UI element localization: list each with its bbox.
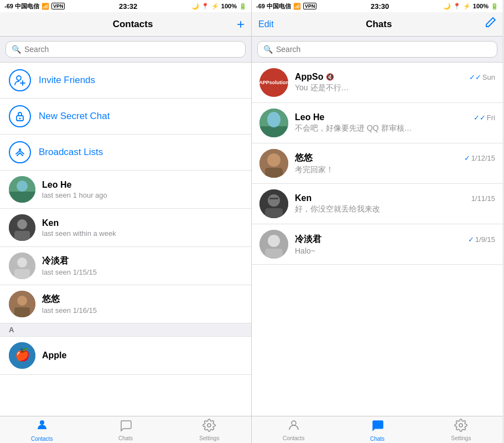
right-search-input[interactable] bbox=[276, 45, 491, 54]
right-status-bar: -69 中国电信 📶 VPN 23:30 🌙 📍 ⚡ 100% 🔋 bbox=[252, 0, 503, 12]
leo-name: Leo He bbox=[42, 180, 242, 190]
right-wifi-icon: 📶 bbox=[293, 3, 301, 10]
location-icon: 📍 bbox=[201, 3, 209, 10]
svg-rect-27 bbox=[265, 168, 283, 178]
edit-button[interactable]: Edit bbox=[258, 19, 274, 29]
chat-ken[interactable]: Ken 1/11/15 好，你没空就丢给我来改 bbox=[252, 184, 503, 224]
youyou-check: ✓ bbox=[464, 154, 470, 162]
youyou-sub: last seen 1/16/15 bbox=[42, 306, 242, 315]
secret-icon bbox=[9, 105, 31, 127]
lengdan-name: 冷淡君 bbox=[42, 255, 242, 267]
svg-rect-23 bbox=[259, 126, 288, 137]
right-nav-title: Chats bbox=[366, 19, 392, 30]
svg-point-33 bbox=[268, 235, 280, 247]
right-location-icon: 📍 bbox=[453, 3, 461, 10]
settings-tab-label-right: Settings bbox=[451, 435, 471, 441]
avatar-leohe bbox=[259, 109, 288, 137]
new-secret-chat-item[interactable]: New Secret Chat bbox=[0, 99, 251, 135]
youyou-chat-name: 悠悠 bbox=[295, 152, 313, 164]
chat-leohe[interactable]: Leo He ✓✓ Fri 不会吧，好像要先进 QQ 群审核… bbox=[252, 103, 503, 143]
signal-text: -69 中国电信 bbox=[4, 2, 39, 11]
tab-contacts-right[interactable]: Contacts bbox=[252, 416, 335, 444]
avatar-leo bbox=[9, 176, 35, 203]
avatar-appso: APPsolution bbox=[259, 68, 288, 97]
right-search-wrap[interactable]: 🔍 bbox=[257, 41, 497, 58]
appso-check: ✓✓ bbox=[469, 73, 481, 81]
appso-preview: You 还是不行… bbox=[295, 83, 349, 93]
tab-chats-right[interactable]: Chats bbox=[335, 416, 419, 444]
secret-chat-label: New Secret Chat bbox=[39, 111, 110, 122]
youyou-time: 1/12/15 bbox=[471, 154, 495, 162]
avatar-lengdan-chat bbox=[259, 230, 288, 259]
add-contact-button[interactable]: + bbox=[237, 18, 245, 31]
left-search-icon: 🔍 bbox=[12, 45, 21, 54]
left-search-wrap[interactable]: 🔍 bbox=[6, 41, 246, 58]
avatar-lengdan bbox=[9, 253, 35, 279]
chats-tab-icon-right bbox=[370, 418, 385, 435]
apple-name: Apple bbox=[42, 351, 242, 360]
contact-lengdan[interactable]: 冷淡君 last seen 1/15/15 bbox=[0, 247, 251, 285]
svg-rect-30 bbox=[265, 208, 283, 218]
right-search-icon: 🔍 bbox=[263, 45, 273, 54]
invite-friends-item[interactable]: Invite Friends bbox=[0, 63, 251, 99]
left-nav-title: Contacts bbox=[113, 19, 153, 30]
right-bluetooth-icon: ⚡ bbox=[463, 3, 471, 10]
chats-tab-icon-left bbox=[119, 419, 132, 434]
svg-point-24 bbox=[267, 112, 280, 127]
svg-text:🍎: 🍎 bbox=[15, 347, 30, 362]
invite-icon bbox=[9, 69, 31, 91]
broadcast-label: Broadcast Lists bbox=[39, 147, 103, 158]
appso-name: AppSo bbox=[295, 72, 324, 82]
left-search-input[interactable] bbox=[24, 45, 240, 54]
svg-rect-34 bbox=[265, 249, 283, 259]
avatar-apple: 🍎 bbox=[9, 342, 35, 369]
compose-button[interactable] bbox=[484, 17, 496, 32]
settings-tab-label-left: Settings bbox=[199, 435, 219, 441]
youyou-info: 悠悠 last seen 1/16/15 bbox=[42, 293, 242, 315]
left-time: 23:32 bbox=[119, 2, 137, 11]
lengdan-time: 1/9/15 bbox=[475, 235, 495, 244]
svg-point-13 bbox=[17, 257, 27, 267]
right-battery-text: 100% bbox=[473, 3, 489, 9]
chat-lengdan[interactable]: 冷淡君 ✓ 1/9/15 Halo~ bbox=[252, 224, 503, 265]
svg-point-8 bbox=[17, 181, 28, 192]
appso-mute-icon: 🔇 bbox=[326, 73, 334, 81]
leo-sub: last seen 1 hour ago bbox=[42, 191, 242, 199]
left-contact-list: Invite Friends New Secret Chat bbox=[0, 63, 251, 416]
tab-settings-right[interactable]: Settings bbox=[419, 416, 503, 444]
broadcast-lists-item[interactable]: Broadcast Lists bbox=[0, 135, 251, 171]
section-a-header: A bbox=[0, 323, 251, 337]
lengdan-info: 冷淡君 last seen 1/15/15 bbox=[42, 255, 242, 276]
svg-point-29 bbox=[268, 194, 280, 207]
svg-rect-11 bbox=[14, 231, 30, 241]
leo-info: Leo He last seen 1 hour ago bbox=[42, 180, 242, 199]
chat-appso[interactable]: APPsolution AppSo 🔇 ✓✓ Sun You 还是不行… bbox=[252, 63, 503, 103]
chat-youyou[interactable]: 悠悠 ✓ 1/12/15 考完回家！ bbox=[252, 143, 503, 184]
right-time: 23:30 bbox=[371, 2, 389, 11]
youyou-chat-info: 悠悠 ✓ 1/12/15 考完回家！ bbox=[295, 152, 495, 175]
svg-rect-7 bbox=[9, 192, 35, 203]
leohe-check: ✓✓ bbox=[474, 114, 486, 122]
contacts-tab-label-left: Contacts bbox=[31, 436, 53, 442]
svg-point-16 bbox=[17, 296, 27, 306]
svg-rect-17 bbox=[14, 307, 30, 317]
tab-chats-left[interactable]: Chats bbox=[84, 416, 167, 444]
contact-apple[interactable]: 🍎 Apple bbox=[0, 337, 251, 375]
avatar-youyou bbox=[9, 291, 35, 317]
appso-info: AppSo 🔇 ✓✓ Sun You 还是不行… bbox=[295, 72, 495, 93]
tab-settings-left[interactable]: Settings bbox=[168, 416, 251, 444]
ken-time: 1/11/15 bbox=[471, 194, 495, 203]
appso-time: Sun bbox=[482, 73, 495, 81]
contact-ken[interactable]: Ken last seen within a week bbox=[0, 209, 251, 247]
tab-contacts-left[interactable]: Contacts bbox=[0, 416, 84, 444]
svg-point-0 bbox=[17, 76, 21, 80]
right-chat-list: APPsolution AppSo 🔇 ✓✓ Sun You 还是不行… bbox=[252, 63, 503, 416]
contact-youyou[interactable]: 悠悠 last seen 1/16/15 bbox=[0, 285, 251, 323]
svg-point-26 bbox=[267, 153, 280, 167]
svg-rect-14 bbox=[14, 269, 30, 279]
contact-leo[interactable]: Leo He last seen 1 hour ago bbox=[0, 171, 251, 209]
left-tab-bar: Contacts Chats Settings bbox=[0, 416, 251, 443]
right-battery-icon: 🔋 bbox=[491, 3, 498, 10]
right-nav-bar: Edit Chats bbox=[252, 12, 503, 37]
avatar-youyou-chat bbox=[259, 149, 288, 178]
